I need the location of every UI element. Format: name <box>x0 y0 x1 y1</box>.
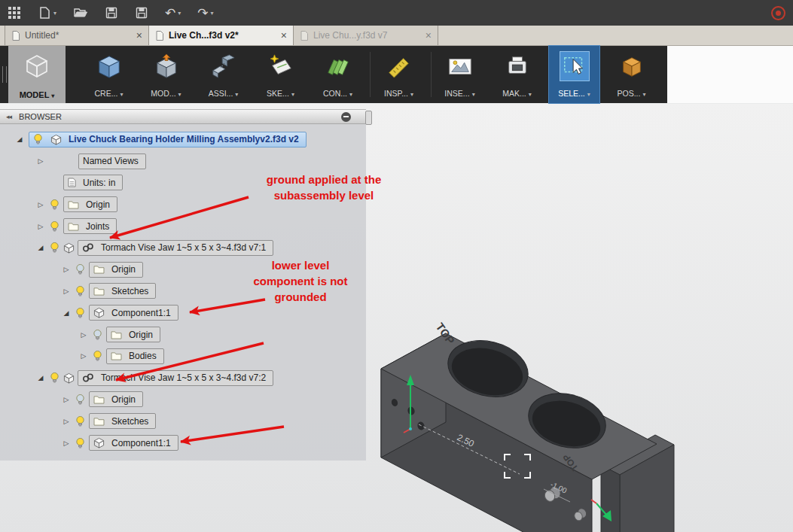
visibility-bulb-icon[interactable] <box>50 242 59 254</box>
folder-icon <box>93 417 105 426</box>
ribbon-button-create[interactable]: CRE...▾ <box>84 46 134 103</box>
ribbon-button-construct[interactable]: CON...▾ <box>313 46 363 103</box>
tree-row-origin[interactable]: ▷ Origin <box>0 193 366 215</box>
ribbon-button-assemble[interactable]: ASSI...▾ <box>198 46 249 103</box>
open-icon[interactable] <box>73 6 88 20</box>
tree-item-named-views[interactable]: Named Views <box>78 154 146 169</box>
tree-item-origin[interactable]: Origin <box>89 391 143 407</box>
save-icon[interactable] <box>105 6 118 20</box>
redo-caret-icon[interactable]: ▾ <box>211 10 214 17</box>
workspace-selector-model[interactable]: MODEL▾ <box>8 46 66 103</box>
inspect-icon <box>385 52 413 81</box>
tree-item-label: Component1:1 <box>111 308 171 318</box>
app-grid-icon[interactable] <box>8 6 21 20</box>
visibility-bulb-icon[interactable] <box>93 350 102 362</box>
tree-row-joints[interactable]: ▷ Joints <box>0 215 366 237</box>
tree-item-origin[interactable]: Origin <box>63 196 117 212</box>
tree-row-origin[interactable]: ▷ Origin <box>0 324 366 345</box>
expand-arrow-icon[interactable]: ▷ <box>60 287 72 295</box>
save-as-icon[interactable] <box>135 6 148 20</box>
browser-tree: ◢ Live Chuck Bearing Holder Milling Asse… <box>0 124 366 454</box>
expand-arrow-icon[interactable]: ▷ <box>35 223 47 230</box>
tab-live-chuck-v2[interactable]: Live Ch...f3d v2* × <box>149 26 294 45</box>
ribbon-button-modify[interactable]: MOD...▾ <box>141 46 191 103</box>
ribbon-button-make[interactable]: MAK...▾ <box>492 46 542 103</box>
visibility-bulb-icon[interactable] <box>33 133 43 145</box>
visibility-bulb-icon[interactable] <box>75 285 85 297</box>
tree-row-component-1[interactable]: ◢ Component1:1 <box>0 302 366 324</box>
expand-arrow-icon[interactable]: ▷ <box>60 396 72 403</box>
tree-row-sketches[interactable]: ▷ Sketches <box>0 410 366 432</box>
visibility-bulb-icon[interactable] <box>75 394 85 406</box>
tab-close-icon[interactable]: × <box>281 29 287 41</box>
visibility-bulb-icon[interactable] <box>75 415 85 427</box>
dropdown-caret-icon: ▾ <box>410 91 413 98</box>
toolbar-grip[interactable] <box>0 46 8 103</box>
ribbon-button-sketch[interactable]: SKE...▾ <box>255 46 306 103</box>
expand-arrow-icon[interactable]: ◢ <box>35 244 47 251</box>
visibility-bulb-icon[interactable] <box>50 372 59 384</box>
expand-arrow-icon[interactable]: ▷ <box>60 418 72 425</box>
expand-arrow-icon[interactable]: ◢ <box>14 135 26 143</box>
tree-row-bodies[interactable]: ▷ Bodies <box>0 345 366 367</box>
ribbon-button-select[interactable]: SELE...▾ <box>549 46 599 103</box>
ribbon-button-inspect[interactable]: INSP...▾ <box>374 46 424 103</box>
panel-collapse-icon[interactable]: ◂◂ <box>6 113 11 120</box>
tree-row-tormach-1[interactable]: ◢ Tormach Vise Jaw 1~5 x 5 x 3~4.f3d v7:… <box>0 237 366 259</box>
tab-live-chuck-v7[interactable]: Live Chu...y.f3d v7 × <box>294 26 438 45</box>
folder-icon <box>93 265 105 274</box>
tree-item-sketches[interactable]: Sketches <box>89 283 156 299</box>
tree-item-origin[interactable]: Origin <box>106 327 160 342</box>
tree-item-sketches[interactable]: Sketches <box>89 413 156 429</box>
tree-item-root-document[interactable]: Live Chuck Bearing Holder Milling Assemb… <box>29 132 307 147</box>
panel-resize-grip[interactable] <box>365 111 372 125</box>
undo-icon[interactable]: ↶ ▾ <box>165 7 181 20</box>
tree-row-named-views[interactable]: ▷ Named Views <box>0 150 366 172</box>
record-icon[interactable] <box>771 6 785 20</box>
expand-arrow-icon[interactable]: ▷ <box>78 331 90 339</box>
undo-caret-icon[interactable]: ▾ <box>178 10 181 17</box>
tab-close-icon[interactable]: × <box>425 29 432 41</box>
ribbon-button-position[interactable]: POS...▾ <box>606 46 657 103</box>
tree-item-label: Tormach Vise Jaw 1~5 x 5 x 3~4.f3d v7:1 <box>101 242 266 253</box>
tree-row-root[interactable]: ◢ Live Chuck Bearing Holder Milling Asse… <box>0 129 366 150</box>
tree-item-component-2[interactable]: Component1:1 <box>89 435 178 451</box>
visibility-bulb-icon[interactable] <box>75 263 85 275</box>
tree-item-tormach-1[interactable]: Tormach Vise Jaw 1~5 x 5 x 3~4.f3d v7:1 <box>78 240 273 256</box>
tab-untitled[interactable]: Untitled* × <box>5 26 149 45</box>
tree-row-origin[interactable]: ▷ Origin <box>0 259 366 281</box>
tree-item-joints[interactable]: Joints <box>63 218 117 234</box>
tree-item-units[interactable]: Units: in <box>63 175 123 190</box>
expand-arrow-icon[interactable]: ▷ <box>60 266 72 273</box>
tree-item-tormach-2[interactable]: Tormach Vise Jaw 1~5 x 5 x 3~4.f3d v7:2 <box>78 370 273 386</box>
file-menu-caret-icon[interactable]: ▾ <box>53 10 56 17</box>
visibility-bulb-icon[interactable] <box>93 329 102 341</box>
visibility-bulb-icon[interactable] <box>50 220 59 233</box>
ribbon-button-insert[interactable]: INSE...▾ <box>435 46 485 103</box>
tree-item-component-1[interactable]: Component1:1 <box>89 305 178 321</box>
file-menu-icon[interactable]: ▾ <box>38 6 56 20</box>
collapse-all-icon[interactable] <box>341 112 351 122</box>
tree-item-origin[interactable]: Origin <box>89 262 143 278</box>
expand-arrow-icon[interactable]: ▷ <box>35 157 47 165</box>
visibility-bulb-icon[interactable] <box>75 307 85 319</box>
redo-icon[interactable]: ↷ ▾ <box>197 7 213 20</box>
expand-arrow-icon[interactable]: ◢ <box>60 309 72 317</box>
ribbon-button-label: CON... <box>323 89 347 98</box>
dropdown-caret-icon: ▾ <box>472 91 475 98</box>
expand-arrow-icon[interactable]: ▷ <box>35 201 47 208</box>
expand-arrow-icon[interactable]: ▷ <box>60 439 72 447</box>
tree-row-component-2[interactable]: ▷ Component1:1 <box>0 432 366 454</box>
tree-row-sketches[interactable]: ▷ Sketches <box>0 281 366 302</box>
tree-row-units[interactable]: Units: in <box>0 172 366 194</box>
expand-arrow-icon[interactable]: ▷ <box>78 352 90 360</box>
ribbon-button-label: SKE... <box>267 89 289 98</box>
expand-arrow-icon[interactable]: ◢ <box>35 374 47 382</box>
tab-close-icon[interactable]: × <box>136 29 142 41</box>
tree-row-origin[interactable]: ▷ Origin <box>0 389 366 411</box>
visibility-bulb-icon[interactable] <box>75 437 85 449</box>
tree-item-label: Sketches <box>111 286 148 296</box>
tree-row-tormach-2[interactable]: ◢ Tormach Vise Jaw 1~5 x 5 x 3~4.f3d v7:… <box>0 367 366 389</box>
visibility-bulb-icon[interactable] <box>50 199 59 211</box>
tree-item-bodies[interactable]: Bodies <box>106 348 164 364</box>
